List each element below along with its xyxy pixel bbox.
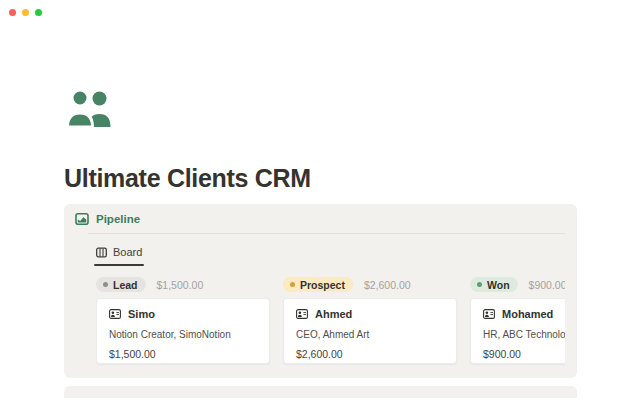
status-badge[interactable]: Won [470,277,518,292]
people-icon[interactable] [66,88,113,127]
contact-card-icon [109,309,121,319]
card-mohamed[interactable]: Mohamed HR, ABC Technology $900.00 [470,298,565,364]
status-badge[interactable]: Prospect [283,277,353,292]
status-label: Won [487,279,510,291]
status-dot-icon [103,282,108,287]
contact-card-icon [483,309,495,319]
status-label: Prospect [300,279,345,291]
card-ahmed[interactable]: Ahmed CEO, Ahmed Art $2,600.00 [283,298,457,364]
next-section-panel [64,386,577,398]
active-tab-indicator [94,264,144,266]
card-simo[interactable]: Simo Notion Creator, SimoNotion $1,500.0… [96,298,270,364]
status-dot-icon [290,282,295,287]
contact-amount: $2,600.00 [296,348,444,360]
minimize-button[interactable] [22,9,29,16]
column-header: Won $900.00 [470,277,565,292]
status-dot-icon [477,282,482,287]
contact-amount: $900.00 [483,348,565,360]
contact-name: Ahmed [315,308,352,320]
database-title: Pipeline [96,213,140,225]
status-label: Lead [113,279,138,291]
column-header: Prospect $2,600.00 [283,277,457,292]
column-won: Won $900.00 Mohamed [470,277,565,372]
contact-role: CEO, Ahmed Art [296,329,444,340]
column-sum: $900.00 [529,279,565,291]
tab-board[interactable]: Board [96,246,142,258]
zoom-button[interactable] [35,9,42,16]
contact-name: Simo [128,308,155,320]
close-button[interactable] [9,9,16,16]
column-lead: Lead $1,500.00 Simo [96,277,270,372]
contact-card-icon [296,309,308,319]
column-header: Lead $1,500.00 [96,277,270,292]
pipeline-header[interactable]: Pipeline [75,212,140,226]
column-prospect: Prospect $2,600.00 Ahmed [283,277,457,372]
contact-name: Mohamed [502,308,553,320]
header-divider [88,233,565,234]
chart-icon [75,212,89,226]
status-badge[interactable]: Lead [96,277,146,292]
contact-amount: $1,500.00 [109,348,257,360]
column-sum: $1,500.00 [157,279,204,291]
pipeline-panel: Pipeline Board Lead $1,500.00 [64,204,577,378]
contact-role: Notion Creator, SimoNotion [109,329,257,340]
column-sum: $2,600.00 [364,279,411,291]
page-title: Ultimate Clients CRM [64,164,311,193]
contact-role: HR, ABC Technology [483,329,565,340]
tab-board-label: Board [113,246,142,258]
board-icon [96,247,107,258]
kanban-board: Lead $1,500.00 Simo [96,277,565,372]
window-controls [9,9,42,16]
